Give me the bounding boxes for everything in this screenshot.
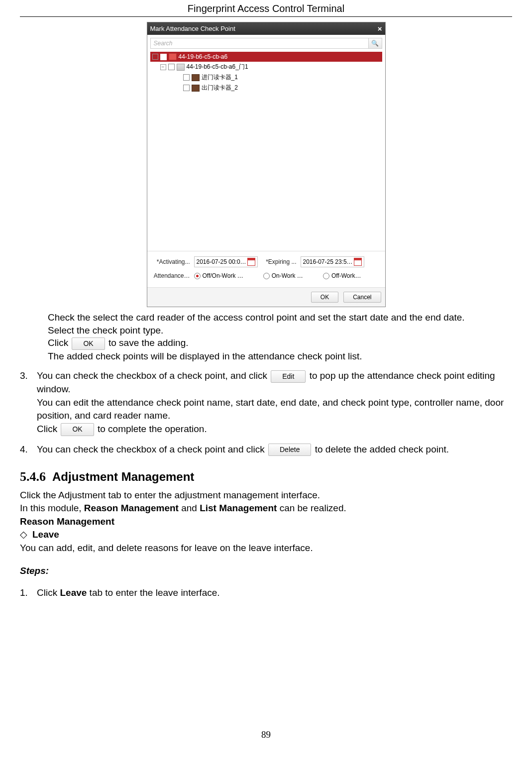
paragraph: You can edit the attendance check point …	[37, 396, 512, 423]
dialog-title: Mark Attendance Check Point	[150, 25, 235, 32]
text-span: tab to enter the leave interface.	[87, 587, 219, 598]
diamond-icon: ◇	[20, 529, 27, 540]
paragraph: Check the select the card reader of the …	[48, 311, 512, 324]
expiring-date-value: 2016-07-25 23:5…	[303, 258, 353, 265]
radio-on-work[interactable]	[263, 273, 270, 279]
radio-label: On-Work …	[272, 272, 303, 279]
text-span: and	[179, 503, 200, 513]
delete-button-inline[interactable]: Delete	[268, 444, 311, 456]
bold-text: Leave	[60, 587, 87, 598]
reader-icon	[192, 74, 200, 81]
text-span: Click	[37, 424, 57, 434]
paragraph: Select the check point type.	[48, 324, 512, 337]
radio-label: Off-Work…	[331, 272, 361, 279]
activating-date-value: 2016-07-25 00:0…	[197, 258, 246, 265]
list-number: 4.	[20, 443, 37, 456]
search-button[interactable]: 🔍	[369, 38, 382, 49]
radio-off-on-work[interactable]	[194, 273, 201, 279]
search-input[interactable]: Search	[150, 38, 369, 49]
steps-label: Steps:	[20, 564, 512, 577]
bold-text: Reason Management	[84, 503, 179, 513]
tree-door-row[interactable]: − 44-19-b6-c5-cb-a6_门1	[160, 62, 382, 72]
tree-root-label: 44-19-b6-c5-cb-a6	[179, 53, 228, 60]
ok-button[interactable]: OK	[311, 292, 338, 303]
ok-button-inline[interactable]: OK	[61, 423, 94, 436]
search-icon: 🔍	[371, 40, 379, 47]
paragraph: Click OK to save the adding.	[48, 336, 512, 349]
paragraph: The added check points will be displayed…	[48, 350, 512, 363]
checkbox[interactable]	[183, 85, 190, 91]
expiring-label: *Expiring ...	[262, 258, 297, 265]
calendar-icon[interactable]	[247, 258, 255, 266]
list-number: 3.	[20, 369, 37, 436]
page-number: 89	[20, 729, 512, 740]
checkbox[interactable]	[168, 64, 175, 70]
text-span: to save the adding.	[108, 337, 189, 348]
bold-text: List Management	[200, 503, 277, 513]
text-span: to complete the operation.	[98, 424, 207, 434]
tree-reader-row[interactable]: 进门读卡器_1	[183, 72, 382, 83]
paragraph: You can add, edit, and delete reasons fo…	[20, 542, 512, 555]
collapse-icon[interactable]: −	[160, 64, 166, 70]
page-header: Fingerprint Access Control Terminal	[20, 0, 512, 17]
paragraph: In this module, Reason Management and Li…	[20, 502, 512, 515]
checkbox[interactable]	[160, 54, 167, 60]
radio-label: Off/On-Work …	[203, 272, 243, 279]
list-number: 1.	[20, 586, 37, 600]
paragraph: Click the Adjustment tab to enter the ad…	[20, 489, 512, 502]
tree-root-row[interactable]: − 44-19-b6-c5-cb-a6	[150, 52, 382, 62]
text-span: Click	[37, 587, 60, 598]
step-content: Click Leave tab to enter the leave inter…	[37, 586, 512, 600]
cancel-button[interactable]: Cancel	[343, 292, 381, 303]
radio-off-work[interactable]	[323, 273, 329, 279]
text-span: can be realized.	[277, 503, 346, 513]
edit-button-inline[interactable]: Edit	[271, 370, 306, 383]
mark-attendance-dialog: Mark Attendance Check Point × Search 🔍 −…	[147, 22, 386, 307]
ok-button-inline[interactable]: OK	[72, 337, 105, 350]
close-icon[interactable]: ×	[378, 24, 382, 33]
expiring-date-input[interactable]: 2016-07-25 23:5…	[301, 256, 364, 267]
bullet-leave: ◇Leave	[20, 528, 512, 542]
text-span: You can check the checkbox of a check po…	[37, 444, 265, 454]
reader-icon	[192, 85, 200, 92]
tree-reader-row[interactable]: 出门读卡器_2	[183, 83, 382, 93]
attendance-label: Attendance…	[151, 272, 190, 279]
tree-reader-label: 进门读卡器_1	[202, 73, 238, 82]
activating-date-input[interactable]: 2016-07-25 00:0…	[194, 256, 258, 267]
tree-reader-label: 出门读卡器_2	[202, 84, 238, 92]
folder-icon	[169, 53, 177, 60]
door-icon	[177, 64, 185, 71]
text-span: In this module,	[20, 503, 84, 513]
paragraph: Click OK to complete the operation.	[37, 423, 512, 436]
activating-label: *Activating...	[151, 258, 190, 265]
calendar-icon[interactable]	[354, 258, 362, 266]
text-span: Click	[48, 337, 68, 348]
section-heading: 5.4.6 Adjustment Management	[20, 468, 512, 485]
text-span: You can check the checkbox of a check po…	[37, 370, 267, 381]
bold-text: Leave	[32, 529, 59, 540]
text-span: to delete the added check point.	[315, 444, 449, 454]
section-title: Adjustment Management	[52, 470, 194, 483]
collapse-icon[interactable]: −	[152, 54, 158, 60]
section-number: 5.4.6	[20, 469, 46, 484]
tree-door-label: 44-19-b6-c5-cb-a6_门1	[187, 63, 248, 71]
checkbox[interactable]	[183, 74, 190, 81]
dialog-titlebar: Mark Attendance Check Point ×	[147, 22, 385, 35]
sub-heading: Reason Management	[20, 515, 512, 529]
